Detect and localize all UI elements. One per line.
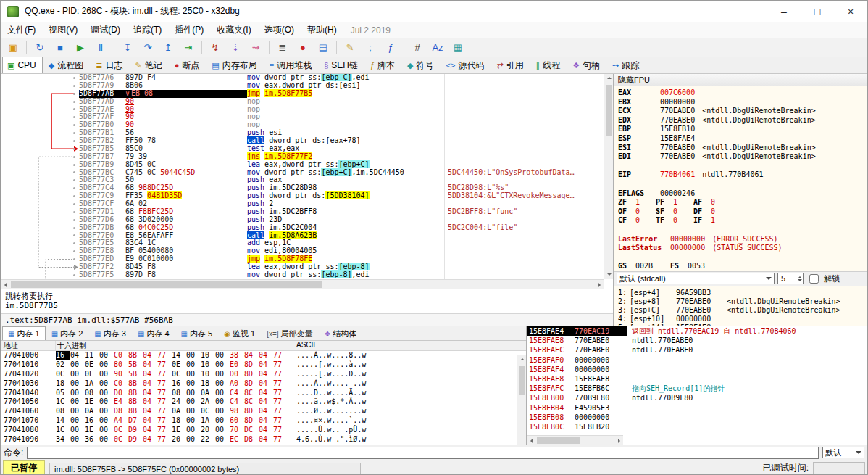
hex-byte[interactable]: 77 <box>273 426 288 435</box>
hex-byte[interactable]: 10 <box>201 360 215 370</box>
breakpoint-gutter[interactable] <box>1 145 79 153</box>
tab-调用堆栈[interactable]: ≡调用堆栈 <box>264 57 318 73</box>
hex-byte[interactable]: 38 <box>230 351 244 360</box>
hex-byte[interactable]: 00 <box>186 351 201 360</box>
spinner-arrows-icon[interactable] <box>798 273 802 284</box>
hex-byte[interactable]: D0 <box>114 389 128 398</box>
hex-byte[interactable]: E4 <box>114 397 128 407</box>
pause-button[interactable]: Ⅱ <box>91 39 110 57</box>
trace-over-button[interactable]: ⇝ <box>246 39 265 57</box>
run-to-cursor-button[interactable]: ⇥ <box>179 39 198 57</box>
hex-byte[interactable]: 04 <box>259 351 273 360</box>
hex-byte[interactable]: 77 <box>157 426 172 435</box>
breakpoint-gutter[interactable] <box>1 263 79 271</box>
breakpoints-button[interactable]: ● <box>293 39 312 57</box>
breakpoint-gutter[interactable] <box>1 176 79 184</box>
hex-byte[interactable]: 04 <box>259 435 273 445</box>
breakpoint-gutter[interactable] <box>1 169 79 177</box>
calculator-button[interactable]: ▦ <box>448 39 467 57</box>
breakpoint-gutter[interactable] <box>1 106 79 114</box>
register-row[interactable]: ESI770EABE0<ntdll.DbgUiRemoteBreakin> <box>618 144 864 153</box>
hex-byte[interactable]: 24 <box>172 397 186 407</box>
memory-vscrollbar[interactable] <box>517 355 526 459</box>
register-row[interactable]: EFLAGS00000246 <box>618 189 864 199</box>
stack-row[interactable]: 15E8FAE4770EAC19返回到 ntdll.770EAC19 自 ntd… <box>527 326 868 336</box>
restart-button[interactable]: ↻ <box>30 39 49 57</box>
hex-byte[interactable]: 08 <box>172 389 186 398</box>
hex-byte[interactable]: 77 <box>273 407 288 416</box>
menu-item-0[interactable]: 文件(F) <box>1 23 42 36</box>
hex-byte[interactable]: 8D <box>244 407 259 416</box>
hex-byte[interactable]: 5B <box>128 360 143 370</box>
hex-byte[interactable]: 8D <box>244 360 259 370</box>
hex-byte[interactable]: 8D <box>244 416 259 426</box>
breakpoint-gutter[interactable] <box>1 90 79 98</box>
disasm-row[interactable]: 5D8F77DB68 04C0C25Dpush im.5DC2C0045DC2C… <box>1 224 604 232</box>
scroll-left-arrow[interactable] <box>1 280 10 289</box>
hex-byte[interactable]: 77 <box>273 379 288 389</box>
stack-row[interactable]: 15E8FAF000000000 <box>527 355 868 365</box>
hex-byte[interactable]: 77 <box>273 435 288 445</box>
hex-byte[interactable]: 04 <box>259 426 273 435</box>
hex-byte[interactable]: 0C <box>56 370 70 379</box>
hex-byte[interactable]: 00 <box>186 426 201 435</box>
hex-byte[interactable]: 00 <box>99 397 114 407</box>
hex-byte[interactable]: D9 <box>128 435 143 445</box>
open-file-button[interactable]: ▣ <box>4 39 22 57</box>
hide-fpu-button[interactable]: 隐藏FPU <box>614 74 868 86</box>
hex-byte[interactable]: 77 <box>273 389 288 398</box>
hex-byte[interactable]: 04 <box>143 389 157 398</box>
stack-row[interactable]: 15E8FB00770B9F80ntdll.770B9F80 <box>527 393 868 402</box>
scroll-thumb[interactable] <box>537 437 580 444</box>
hex-byte[interactable]: 77 <box>273 351 288 360</box>
hex-byte[interactable]: 00 <box>215 370 230 379</box>
hex-byte[interactable]: 00 <box>70 416 85 426</box>
breakpoint-gutter[interactable] <box>1 129 79 137</box>
hex-byte[interactable]: 77 <box>157 435 172 445</box>
scroll-right-arrow[interactable] <box>594 280 604 289</box>
hex-byte[interactable]: 00 <box>186 370 201 379</box>
hex-byte[interactable]: 00 <box>70 426 85 435</box>
memory-row[interactable]: 7704103018001A00C08B047716001800A08D0477… <box>1 379 526 389</box>
breakpoint-gutter[interactable] <box>1 74 79 82</box>
dump-tab-内存 3[interactable]: ▦内存 3 <box>88 326 132 340</box>
register-row[interactable]: CF0TF0IF1 <box>618 216 864 226</box>
dump-tab-结构体[interactable]: ❖结构体 <box>319 326 363 340</box>
hex-byte[interactable]: 10 <box>201 370 215 379</box>
register-row[interactable]: EDX770EABE0<ntdll.DbgUiRemoteBreakin> <box>618 116 864 125</box>
hex-byte[interactable]: 14 <box>56 416 70 426</box>
hex-byte[interactable]: 8C <box>244 389 259 398</box>
memory-row[interactable]: 7704104005000800D08B047708000A00C48C0477… <box>1 389 526 398</box>
step-out-button[interactable]: ↥ <box>159 39 178 57</box>
hex-byte[interactable]: 00 <box>70 435 85 445</box>
hex-byte[interactable]: 77 <box>273 360 288 370</box>
hex-byte[interactable]: 8B <box>128 397 143 407</box>
hex-byte[interactable]: 00 <box>215 435 230 445</box>
memory-row[interactable]: 770410801C001E000CD904771E00200070DC0477… <box>1 426 526 435</box>
dump-tab-局部变量[interactable]: [x=]局部变量 <box>261 326 318 340</box>
hex-byte[interactable]: 77 <box>273 397 288 407</box>
tab-跟踪[interactable]: ⇢跟踪 <box>607 57 646 73</box>
menu-item-3[interactable]: 追踪(T) <box>127 23 168 36</box>
hex-byte[interactable]: 00 <box>99 351 114 360</box>
hex-byte[interactable]: 8B <box>128 407 143 416</box>
tab-引用[interactable]: ⇄引用 <box>491 57 530 73</box>
memory-map-button[interactable]: ▤ <box>314 39 333 57</box>
hex-byte[interactable]: 14 <box>172 351 186 360</box>
hex-byte[interactable]: 60 <box>230 416 244 426</box>
stack-hscrollbar[interactable] <box>527 435 623 445</box>
memory-row[interactable]: 77041090340036000CD9047720002200ECD80477… <box>1 435 526 445</box>
dump-tab-内存 2[interactable]: ▦内存 2 <box>46 326 89 340</box>
tab-笔记[interactable]: ✎笔记 <box>130 57 168 73</box>
memory-row[interactable]: 770410200C000E00905B04770C001000D08D0477… <box>1 370 526 379</box>
hex-byte[interactable]: 00 <box>215 416 230 426</box>
unlock-checkbox[interactable] <box>809 274 819 284</box>
scroll-up-arrow[interactable] <box>604 74 613 83</box>
register-row[interactable]: GS002BFS0053 <box>618 262 864 271</box>
hex-byte[interactable]: 04 <box>143 435 157 445</box>
menu-item-2[interactable]: 调试(D) <box>84 23 127 36</box>
case-button[interactable]: Az <box>428 39 447 57</box>
register-row[interactable]: ECX770EABE0<ntdll.DbgUiRemoteBreakin> <box>618 107 864 116</box>
hex-byte[interactable]: 70 <box>230 426 244 435</box>
hex-byte[interactable]: 00 <box>186 407 201 416</box>
